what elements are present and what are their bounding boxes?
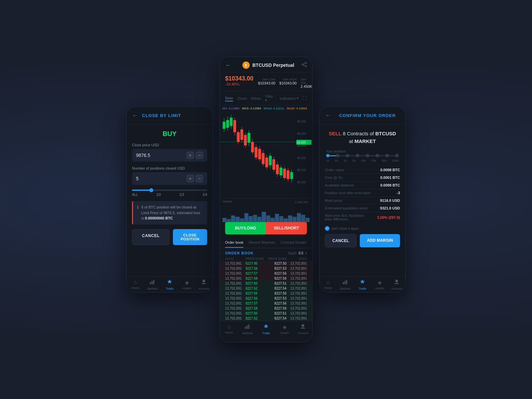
nav-markets[interactable]: Markets [144,279,161,290]
trade-icon [263,324,269,331]
assets-label: Assets [280,331,289,334]
orderbook-row-10[interactable]: 13,702,891 8227.50 8227.51 13,702,891 [220,311,312,316]
chart-canvas: 10,100 $8,500 $8,400 $8,300 $8,200 $8,10… [220,111,312,191]
right-nav-assets[interactable]: ◈ Assets [371,279,388,290]
tab-15min[interactable]: 15min [237,96,247,101]
nav-home[interactable]: ⌂ Home [127,279,144,290]
right-nav-home[interactable]: ⌂ Home [320,279,337,290]
svg-rect-28 [244,135,247,145]
price-decrease-btn[interactable]: − [196,152,203,159]
slider-label-quarter[interactable]: 1/4 [202,193,207,197]
add-margin-button[interactable]: ADD MARGIN [360,234,400,247]
orderbook-row-1[interactable]: 13,702,891 8227.56 8227.53 13,702,891 [220,266,312,271]
price-red: 8227.56 [266,272,287,275]
buy-long-button[interactable]: BUY/LONG [225,222,266,234]
markets-label: Markets [242,332,253,335]
slider-label-half[interactable]: 1/2 [156,193,161,197]
chart-area: MA: 4.11860 MAS: 4.11994 MA10: 4.12211 M… [220,105,312,199]
position-slider[interactable]: ALL 1/2 1/3 1/4 [132,190,207,197]
order-pre-text: at [349,138,355,144]
warning-text: 5 of BTC position will be closed at Limi… [141,204,203,221]
tab-contract-details[interactable]: Contract Details [281,238,307,248]
right-nav-trade[interactable]: Trade [354,279,371,290]
tab-60min[interactable]: 60min [251,96,261,101]
right-back-arrow[interactable]: ← [325,112,331,119]
accu-right: 13,702,891 [287,312,307,315]
tab-recent-matches[interactable]: Recent Matches [249,238,275,248]
position-slider[interactable]: Your position: 1x [325,150,400,162]
right-nav-markets[interactable]: Markets [337,279,354,290]
center-nav-trade[interactable]: Trade [257,324,275,335]
sell-short-button[interactable]: SELL/SHORT [266,222,307,234]
close-position-button[interactable]: CLOSE POSITION [173,229,207,245]
orderbook-row-7[interactable]: 13,702,891 8227.56 8227.53 13,702,891 [220,296,312,301]
orderbook-row-6[interactable]: 13,702,891 8227.55 8227.50 13,702,891 [220,291,312,296]
left-phone-header: ← CLOSE BY LIMIT [127,107,212,125]
orderbook-row-0[interactable]: 13,702,891 8227.95 8227.50 13,702,891 [220,261,312,266]
center-back-arrow[interactable]: ← [225,62,231,69]
price-increase-btn[interactable]: + [187,152,194,159]
center-nav-markets[interactable]: Markets [238,324,257,335]
svg-point-5 [302,64,303,65]
left-phone: ← CLOSE BY LIMIT BUY Close price USD 987… [126,106,213,293]
nav-trade[interactable]: Trade [161,279,178,290]
detail-liquidation: Estimated liquidation price: 9321.0 USD [325,204,400,212]
position-increase-btn[interactable]: + [187,175,194,182]
orderbook-row-11[interactable]: 13,702,891 8227.52 8227.54 13,702,891 [220,316,312,321]
fullscreen-icon[interactable]: ⛶ [303,96,307,101]
home-icon: ⌂ [327,279,330,285]
nav-account[interactable]: Account [195,279,212,290]
slider-label-all[interactable]: ALL [132,193,138,197]
confirm-cancel-button[interactable]: CANCEL [325,234,356,247]
close-price-label: Close price USD [132,143,207,147]
accu-right: 13,702,891 [287,297,307,300]
coin-info: ₿ BTCUSD Perpetual [242,62,294,69]
center-nav-assets[interactable]: ◈ Assets [275,324,294,335]
svg-text:$8,000: $8,000 [297,181,306,184]
accu-left: 13,702,891 [225,302,246,305]
orderbook-row-4[interactable]: 13,702,891 8227.50 8227.51 13,702,891 [220,281,312,286]
depth-selector[interactable]: Depth 0.5 ▾ [288,251,307,255]
vol-bar [235,217,239,222]
high24-stat: 24H HIGH $10343.00 [279,78,297,88]
svg-rect-34 [255,147,258,157]
time-tabs: 5min 15min 60min 1day ▾ Indicators▾ ⛶ [220,91,312,105]
orderbook-row-9[interactable]: 13,702,891 8227.58 8227.59 13,702,891 [220,306,312,311]
vol-bar [293,217,297,222]
nav-assets[interactable]: ◈ Assets [178,279,196,290]
price-green: 8227.50 [246,282,266,285]
indicators-btn[interactable]: Indicators▾ [280,96,299,100]
tab-1day[interactable]: 1day ▾ [265,93,276,103]
right-phone: ← CONFIRM YOUR ORDER SELL 8 Contracts of… [319,106,406,293]
orderbook-row-5[interactable]: 13,702,891 8227.52 8227.54 13,702,891 [220,286,312,291]
tab-5min[interactable]: 5min [225,95,233,101]
positions-input[interactable]: 5 + − [132,172,207,185]
dont-show-row[interactable]: ✓ don't show it again [325,226,400,231]
orderbook-row-2[interactable]: 13,702,891 8227.57 8227.56 13,702,891 [220,271,312,276]
low24-label: 24H LOW [262,78,276,81]
price-bar: $10343.00 -10.46%↓ 24H LOW $10343.00 24H… [220,72,312,91]
pos-multipliers: 1x 2x 3x 5x 10x 25x 50x 100x [326,159,399,162]
svg-rect-16 [223,122,226,129]
center-nav-home[interactable]: ⌂ Home [220,324,238,335]
position-decrease-btn[interactable]: − [196,175,203,182]
svg-line-7 [303,63,305,64]
pos-dot-50x [385,154,389,157]
pos-dot-1x [326,154,330,157]
back-arrow-icon[interactable]: ← [132,112,138,119]
right-nav-account[interactable]: Account [388,279,405,290]
slider-label-third[interactable]: 1/3 [180,193,184,197]
warning-icon: ℹ [137,205,139,210]
cancel-button[interactable]: CANCEL [132,229,170,245]
orderbook-row-3[interactable]: 13,702,891 8227.58 8227.59 13,702,891 [220,276,312,281]
tab-orderbook[interactable]: Order book [225,238,243,248]
orderbook-header: ORDER BOOK Depth 0.5 ▾ [220,248,312,256]
home-label: Home [131,286,139,290]
orderbook-row-8[interactable]: 13,702,891 8227.57 8227.56 13,702,891 [220,301,312,306]
svg-text:$8,300: $8,300 [297,144,306,148]
order-value-key: Order value: [325,168,345,172]
close-price-input[interactable]: 9876.5 + − [132,149,207,162]
slider-thumb [149,188,153,192]
share-icon[interactable] [302,62,307,68]
center-nav-account[interactable]: Account [294,324,312,335]
